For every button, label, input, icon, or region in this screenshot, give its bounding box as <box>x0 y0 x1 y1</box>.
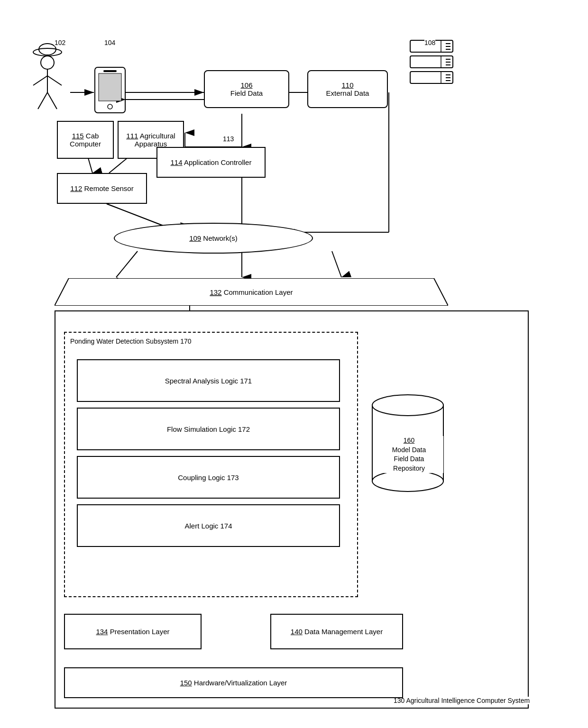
spectral-analysis-box: Spectral Analysis Logic 171 <box>77 359 340 402</box>
external-data-box: 110External Data <box>307 70 388 108</box>
svg-line-37 <box>33 76 47 85</box>
remote-sensor-box: 112 Remote Sensor <box>57 173 147 204</box>
svg-line-40 <box>47 92 57 109</box>
label-108: 108 <box>424 39 435 46</box>
presentation-layer-box: 134 Presentation Layer <box>64 614 202 649</box>
ponding-label: Ponding Water Detection Subsystem 170 <box>70 337 192 345</box>
main-system-label: 130 Agricultural Intelligence Computer S… <box>394 697 530 704</box>
mobile-device <box>94 66 126 116</box>
model-data-label: 160 Model DataField DataRepository <box>375 436 443 473</box>
data-management-box: 140 Data Management Layer <box>270 614 403 649</box>
cab-computer-box: 115 CabComputer <box>57 121 114 159</box>
svg-point-43 <box>108 104 112 109</box>
flow-simulation-box: Flow Simulation Logic 172 <box>77 408 340 450</box>
hardware-layer-box: 150 Hardware/Virtualization Layer <box>64 667 403 698</box>
diagram-container: 102 104 106Field Data 110External Data <box>0 0 588 728</box>
svg-line-21 <box>332 251 341 277</box>
svg-line-19 <box>116 251 138 277</box>
server-icon <box>408 38 455 101</box>
label-113: 113 <box>223 135 234 143</box>
person-figure <box>28 38 66 116</box>
svg-point-63 <box>372 395 443 416</box>
label-104: 104 <box>104 39 115 46</box>
communication-layer: 132 Communication Layer <box>55 278 448 306</box>
svg-point-64 <box>372 471 443 491</box>
svg-line-39 <box>38 92 47 109</box>
svg-text:132 Communication Layer: 132 Communication Layer <box>210 288 293 296</box>
svg-point-34 <box>39 44 56 55</box>
svg-rect-42 <box>99 73 121 101</box>
label-102: 102 <box>55 39 65 46</box>
svg-line-38 <box>47 76 62 85</box>
network-ellipse: 109 Network(s) <box>114 223 313 254</box>
svg-rect-44 <box>103 70 117 72</box>
alert-logic-box: Alert Logic 174 <box>77 504 340 547</box>
field-data-box: 106Field Data <box>204 70 289 108</box>
application-controller-box: 114 Application Controller <box>156 147 266 178</box>
svg-point-35 <box>41 56 54 69</box>
coupling-logic-box: Coupling Logic 173 <box>77 456 340 499</box>
